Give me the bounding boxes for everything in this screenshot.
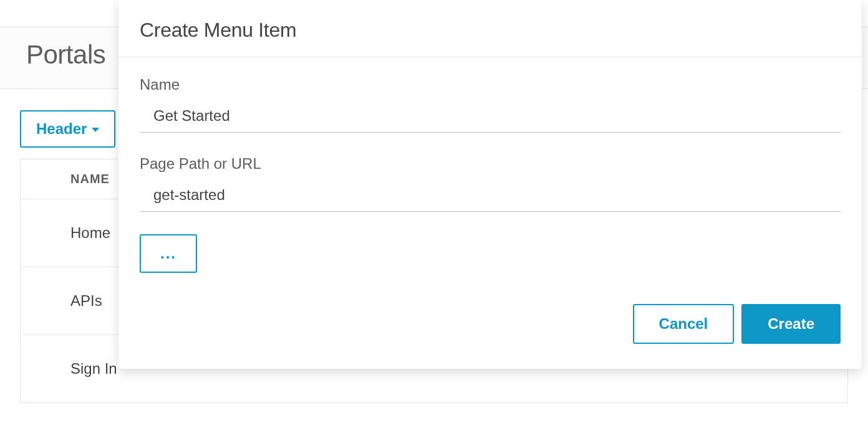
caret-down-icon: [92, 128, 99, 132]
more-options-button[interactable]: ...: [140, 234, 197, 273]
path-form-group: Page Path or URL: [140, 155, 841, 212]
path-input[interactable]: [140, 180, 841, 212]
create-button[interactable]: Create: [741, 304, 841, 344]
modal-header: Create Menu Item: [118, 19, 862, 57]
name-label: Name: [140, 76, 841, 93]
create-menu-item-modal: Create Menu Item Name Page Path or URL .…: [118, 0, 862, 369]
cancel-button[interactable]: Cancel: [633, 304, 735, 344]
name-input[interactable]: [140, 101, 841, 133]
path-label: Page Path or URL: [140, 155, 841, 173]
name-form-group: Name: [140, 76, 841, 133]
modal-footer: Cancel Create: [118, 273, 862, 344]
header-dropdown-label: Header: [36, 120, 87, 138]
modal-title: Create Menu Item: [140, 19, 841, 42]
header-dropdown[interactable]: Header: [20, 110, 115, 148]
modal-body: Name Page Path or URL ...: [118, 57, 862, 273]
